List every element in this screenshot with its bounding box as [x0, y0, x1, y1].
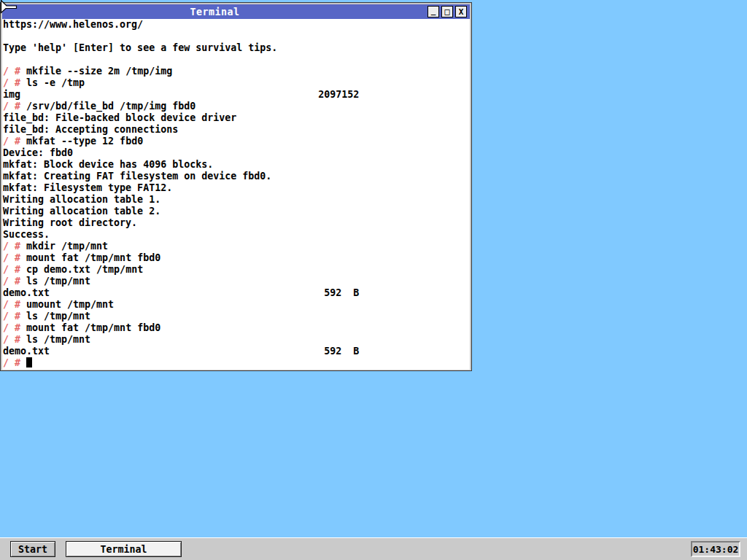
maximize-button[interactable]: □ [441, 6, 453, 18]
terminal-text: ls /tmp/mnt [20, 276, 90, 287]
terminal-line: / # mount fat /tmp/mnt fbd0 [3, 322, 470, 334]
terminal-text: cp demo.txt /tmp/mnt [20, 264, 143, 275]
terminal-line: / # ls -e /tmp [3, 77, 470, 89]
window-controls: _ □ X [427, 6, 467, 18]
shell-prompt: / # [3, 77, 20, 88]
terminal-text [20, 357, 26, 368]
terminal-line: / # mount fat /tmp/mnt fbd0 [3, 252, 470, 264]
terminal-line: / # umount /tmp/mnt [3, 299, 470, 311]
terminal-text: file_bd: File-backed block device driver [3, 112, 236, 123]
minimize-button[interactable]: _ [427, 6, 439, 18]
close-button[interactable]: X [455, 6, 467, 18]
terminal-line [3, 54, 470, 66]
terminal-text: mkfat: Block device has 4096 blocks. [3, 159, 213, 170]
terminal-text: mkfile --size 2m /tmp/img [20, 66, 172, 77]
shell-prompt: / # [3, 136, 20, 147]
terminal-output[interactable]: https://www.helenos.org/Type 'help' [Ent… [2, 19, 470, 370]
terminal-text: Type 'help' [Enter] to see a few surviva… [3, 42, 277, 53]
terminal-line: mkfat: Creating FAT filesystem on device… [3, 171, 470, 182]
shell-prompt: / # [3, 357, 20, 368]
terminal-line: file_bd: File-backed block device driver [3, 112, 470, 124]
taskbar-item-terminal[interactable]: Terminal [66, 541, 182, 557]
shell-prompt: / # [3, 334, 20, 345]
terminal-text: ls /tmp/mnt [20, 334, 90, 345]
shell-prompt: / # [3, 311, 20, 322]
terminal-line: / # mkdir /tmp/mnt [3, 241, 470, 252]
terminal-line: / # ls /tmp/mnt [3, 311, 470, 322]
terminal-text: ls -e /tmp [20, 77, 85, 88]
shell-prompt: / # [3, 276, 20, 287]
shell-prompt: / # [3, 264, 20, 275]
terminal-text: mount fat /tmp/mnt fbd0 [20, 252, 160, 263]
desktop[interactable]: { "colors": { "desktop": "#80c9ff", "tit… [0, 0, 747, 560]
terminal-text: Device: fbd0 [3, 147, 73, 158]
terminal-text: mkfat --type 12 fbd0 [20, 136, 143, 147]
minimize-icon: _ [431, 7, 436, 15]
shell-prompt: / # [3, 241, 20, 252]
terminal-text: ls /tmp/mnt [20, 311, 90, 322]
shell-prompt: / # [3, 252, 20, 263]
terminal-line: Success. [3, 229, 470, 241]
terminal-text: /srv/bd/file_bd /tmp/img fbd0 [20, 101, 196, 112]
shell-prompt: / # [3, 322, 20, 333]
terminal-text: umount /tmp/mnt [20, 299, 114, 310]
terminal-line: / # mkfat --type 12 fbd0 [3, 136, 470, 147]
terminal-line: img 2097152 [3, 89, 470, 101]
terminal-text: demo.txt 592 B [3, 346, 359, 357]
terminal-line: / # cp demo.txt /tmp/mnt [3, 264, 470, 276]
taskbar: Start Terminal 01:43:02 [0, 537, 747, 560]
terminal-line: demo.txt 592 B [3, 346, 470, 357]
taskbar-clock: 01:43:02 [691, 541, 740, 557]
terminal-text: Success. [3, 229, 50, 240]
terminal-window: Terminal _ □ X https://www.helenos.org/T… [0, 2, 472, 371]
terminal-line: / # /srv/bd/file_bd /tmp/img fbd0 [3, 101, 470, 112]
close-icon: X [459, 8, 464, 16]
terminal-line [3, 31, 470, 42]
terminal-line: / # ls /tmp/mnt [3, 334, 470, 346]
terminal-line: Device: fbd0 [3, 147, 470, 159]
terminal-line: / # ls /tmp/mnt [3, 276, 470, 287]
terminal-text: Writing allocation table 1. [3, 194, 160, 205]
terminal-text: https://www.helenos.org/ [3, 19, 143, 30]
window-title: Terminal [2, 7, 427, 18]
terminal-line: / # [3, 357, 470, 369]
start-button[interactable]: Start [10, 541, 55, 557]
terminal-line: Type 'help' [Enter] to see a few surviva… [3, 42, 470, 54]
terminal-text: mkfat: Creating FAT filesystem on device… [3, 171, 271, 182]
terminal-cursor [26, 357, 32, 368]
terminal-text: Writing allocation table 2. [3, 206, 160, 217]
terminal-line: file_bd: Accepting connections [3, 124, 470, 136]
terminal-line: https://www.helenos.org/ [3, 19, 470, 31]
terminal-text: Writing root directory. [3, 217, 137, 228]
terminal-text: mkfat: Filesystem type FAT12. [3, 182, 172, 193]
shell-prompt: / # [3, 66, 20, 77]
terminal-text: img 2097152 [3, 89, 359, 100]
terminal-line: Writing allocation table 2. [3, 206, 470, 217]
terminal-text: mkdir /tmp/mnt [20, 241, 108, 252]
maximize-icon: □ [444, 7, 449, 16]
shell-prompt: / # [3, 101, 20, 112]
terminal-line: mkfat: Block device has 4096 blocks. [3, 159, 470, 171]
terminal-line: Writing root directory. [3, 217, 470, 229]
shell-prompt: / # [3, 299, 20, 310]
terminal-line: demo.txt 592 B [3, 287, 470, 299]
terminal-text: mount fat /tmp/mnt fbd0 [20, 322, 160, 333]
window-titlebar[interactable]: Terminal _ □ X [2, 4, 470, 19]
terminal-line: mkfat: Filesystem type FAT12. [3, 182, 470, 194]
terminal-text: file_bd: Accepting connections [3, 124, 178, 135]
terminal-line: Writing allocation table 1. [3, 194, 470, 206]
terminal-text: demo.txt 592 B [3, 287, 359, 298]
terminal-line: / # mkfile --size 2m /tmp/img [3, 66, 470, 77]
